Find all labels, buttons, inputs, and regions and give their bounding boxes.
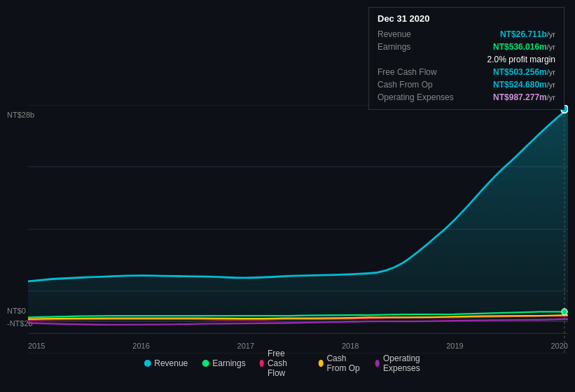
tooltip-profit-margin-value: 2.0% profit margin (487, 55, 555, 64)
tooltip-cashop-row: Cash From Op NT$524.680m/yr (377, 78, 555, 91)
tooltip-profit-margin-row: 2.0% profit margin (377, 53, 555, 66)
tooltip-fcf-row: Free Cash Flow NT$503.256m/yr (377, 66, 555, 78)
legend-opex[interactable]: Operating Expenses (375, 354, 431, 373)
legend-fcf-dot (260, 360, 264, 367)
legend-cashop-dot (319, 360, 323, 367)
tooltip-revenue-label: Revenue (377, 29, 500, 39)
legend-revenue[interactable]: Revenue (144, 358, 188, 368)
tooltip-cashop-label: Cash From Op (377, 80, 493, 90)
legend-fcf[interactable]: Free Cash Flow (260, 349, 305, 378)
legend-revenue-label: Revenue (154, 358, 188, 368)
tooltip-earnings-value: NT$536.016m/yr (493, 42, 555, 52)
tooltip-earnings-row: Earnings NT$536.016m/yr (377, 41, 555, 53)
tooltip-date: Dec 31 2020 (377, 13, 555, 24)
x-label-2019: 2019 (446, 342, 463, 350)
legend-earnings-dot (202, 360, 209, 367)
tooltip-fcf-label: Free Cash Flow (377, 67, 493, 77)
tooltip-box: Dec 31 2020 Revenue NT$26.711b/yr Earnin… (368, 7, 564, 110)
y-axis-zero-label: NT$0 (7, 307, 26, 315)
legend-opex-dot (375, 360, 380, 367)
legend-opex-label: Operating Expenses (383, 354, 431, 373)
chart-legend: Revenue Earnings Free Cash Flow Cash Fro… (144, 349, 431, 378)
legend-fcf-label: Free Cash Flow (268, 349, 305, 378)
legend-revenue-dot (144, 360, 151, 367)
tooltip-cashop-value: NT$524.680m/yr (493, 80, 555, 90)
tooltip-revenue-row: Revenue NT$26.711b/yr (377, 28, 555, 41)
tooltip-opex-row: Operating Expenses NT$987.277m/yr (377, 91, 555, 104)
chart-area (28, 105, 568, 354)
tooltip-earnings-label: Earnings (377, 42, 493, 52)
tooltip-fcf-value: NT$503.256m/yr (493, 67, 555, 77)
legend-earnings-label: Earnings (212, 358, 245, 368)
legend-cashop[interactable]: Cash From Op (319, 354, 361, 373)
x-label-2020: 2020 (550, 342, 567, 350)
legend-earnings[interactable]: Earnings (202, 358, 245, 368)
x-label-2015: 2015 (28, 342, 45, 350)
tooltip-opex-label: Operating Expenses (377, 92, 493, 102)
legend-cashop-label: Cash From Op (326, 354, 361, 373)
tooltip-opex-value: NT$987.277m/yr (493, 92, 555, 102)
svg-point-9 (562, 309, 567, 315)
tooltip-revenue-value: NT$26.711b/yr (500, 29, 555, 39)
chart-container: Dec 31 2020 Revenue NT$26.711b/yr Earnin… (0, 0, 575, 392)
